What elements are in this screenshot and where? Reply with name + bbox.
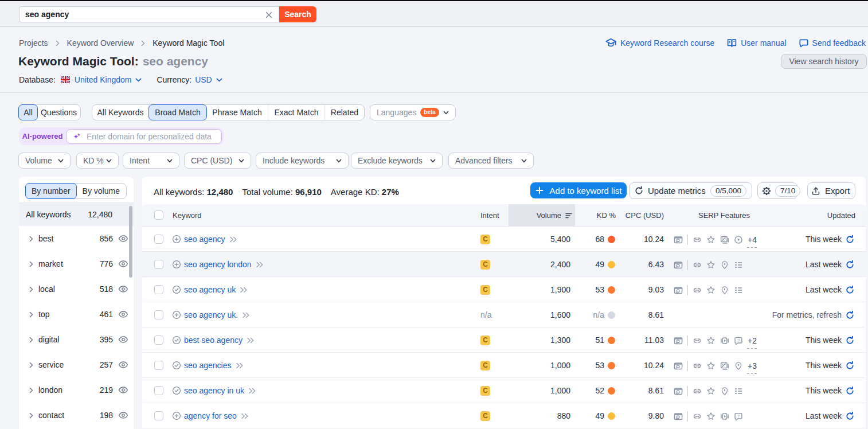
svg-text:?: ? (737, 414, 740, 419)
svg-text:?: ? (737, 338, 740, 343)
